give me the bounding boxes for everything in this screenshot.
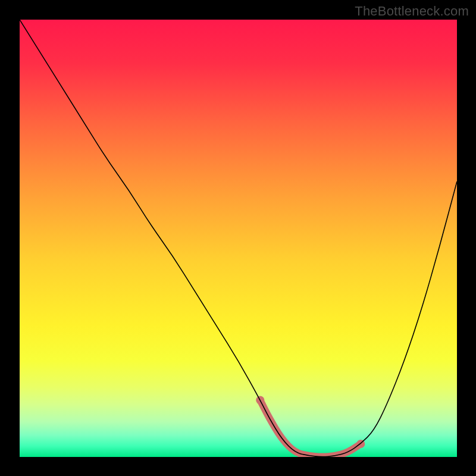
- curve-layer: [20, 20, 457, 457]
- chart-frame: TheBottleneck.com: [0, 0, 476, 476]
- watermark-text: TheBottleneck.com: [355, 4, 469, 19]
- bottleneck-curve: [20, 20, 457, 457]
- plot-area: [20, 20, 457, 457]
